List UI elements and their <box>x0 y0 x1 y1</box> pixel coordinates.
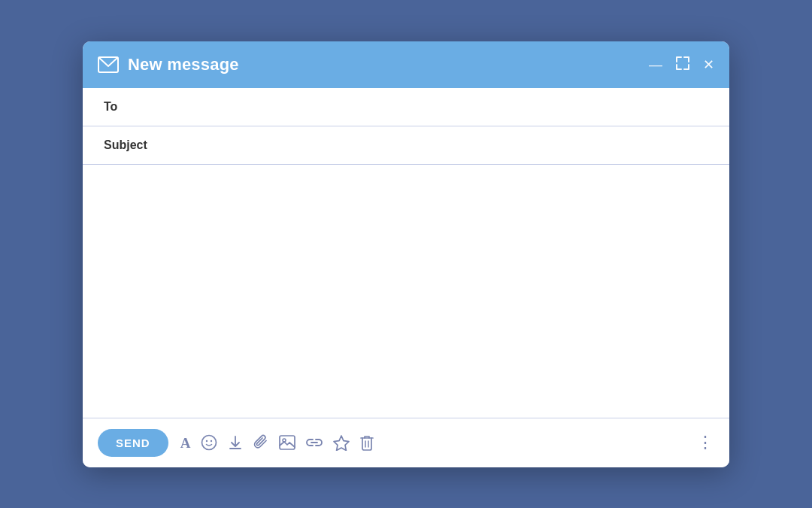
titlebar: New message — ✕ <box>83 41 729 88</box>
image-icon[interactable] <box>279 435 295 450</box>
window-title: New message <box>128 55 239 75</box>
compose-textarea[interactable] <box>104 177 708 403</box>
emoji-icon[interactable] <box>201 434 217 451</box>
subject-label: Subject <box>104 138 156 152</box>
format-text-icon[interactable]: A <box>180 436 191 450</box>
subject-field-row: Subject <box>83 126 729 165</box>
more-options-icon[interactable]: ⋮ <box>697 433 714 452</box>
mail-icon <box>98 56 119 73</box>
toolbar-icons: A <box>180 434 694 451</box>
toolbar: SEND A <box>83 418 729 467</box>
compose-area <box>83 165 729 418</box>
titlebar-left: New message <box>98 55 649 75</box>
to-field-row: To <box>83 88 729 126</box>
subject-input[interactable] <box>156 138 708 151</box>
to-label: To <box>104 100 156 114</box>
svg-point-1 <box>202 436 217 450</box>
svg-marker-9 <box>334 436 349 451</box>
delete-icon[interactable] <box>360 434 374 451</box>
window-body: To Subject SEND A <box>83 88 729 467</box>
to-input[interactable] <box>156 100 708 113</box>
close-button[interactable]: ✕ <box>703 58 714 71</box>
svg-rect-6 <box>280 436 295 449</box>
attachment-icon[interactable] <box>253 434 268 451</box>
svg-point-2 <box>206 440 208 442</box>
expand-button[interactable] <box>676 56 689 72</box>
star-icon[interactable] <box>333 435 350 451</box>
compose-window: New message — ✕ To Subject <box>83 41 729 467</box>
minimize-button[interactable]: — <box>649 58 662 71</box>
link-icon[interactable] <box>306 437 323 448</box>
titlebar-controls: — ✕ <box>649 56 714 72</box>
svg-point-3 <box>211 440 212 442</box>
download-icon[interactable] <box>228 435 243 450</box>
send-button[interactable]: SEND <box>98 429 168 457</box>
